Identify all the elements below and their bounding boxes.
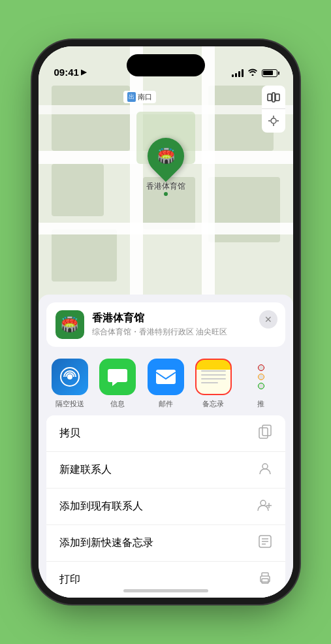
person-icon <box>258 461 272 479</box>
wifi-icon <box>247 68 258 78</box>
notes-label: 备忘录 <box>202 399 224 409</box>
app-item-notes[interactable]: 备忘录 <box>189 359 237 409</box>
station-name: 南口 <box>138 92 152 102</box>
new-contact-label: 新建联系人 <box>59 463 112 477</box>
add-contact-label: 添加到现有联系人 <box>59 500 143 513</box>
action-add-contact[interactable]: 添加到现有联系人 <box>46 489 285 525</box>
svg-rect-3 <box>52 229 117 282</box>
more-icon <box>243 359 279 395</box>
stadium-icon: 🏟️ <box>157 148 174 165</box>
svg-rect-25 <box>259 428 268 438</box>
svg-rect-15 <box>276 94 279 101</box>
status-icons <box>232 68 277 78</box>
airdrop-label: 隔空投送 <box>55 399 84 409</box>
location-arrow-icon: ▶ <box>81 68 86 76</box>
map-area: 出 南口 <box>39 46 293 321</box>
svg-rect-10 <box>130 46 143 321</box>
app-item-airdrop[interactable]: 隔空投送 <box>46 359 94 409</box>
quick-note-label: 添加到新快速备忘录 <box>59 536 153 550</box>
home-indicator <box>123 589 208 592</box>
copy-label: 拷贝 <box>59 427 80 440</box>
svg-point-27 <box>260 500 266 506</box>
app-item-mail[interactable]: 邮件 <box>142 359 189 409</box>
copy-icon <box>258 425 272 442</box>
map-type-button[interactable] <box>262 86 285 109</box>
svg-rect-23 <box>156 370 176 384</box>
location-pin: 🏟️ 香港体育馆 <box>146 138 185 192</box>
print-label: 打印 <box>59 573 80 587</box>
location-button[interactable] <box>262 109 285 133</box>
station-box: 出 <box>127 92 136 102</box>
action-new-contact[interactable]: 新建联系人 <box>46 452 285 489</box>
bottom-sheet: 🏟️ 香港体育馆 综合体育馆・香港特别行政区 油尖旺区 ✕ <box>39 295 293 598</box>
app-item-more[interactable]: 推 <box>237 359 285 409</box>
action-quick-note[interactable]: 添加到新快速备忘录 <box>46 525 285 562</box>
pin-dot <box>164 192 168 196</box>
pin-label: 香港体育馆 <box>146 181 185 192</box>
map-buttons[interactable] <box>262 86 285 133</box>
notes-icon <box>195 359 232 395</box>
svg-rect-35 <box>262 579 268 583</box>
svg-rect-14 <box>272 93 275 102</box>
pin-circle: 🏟️ <box>140 130 191 182</box>
svg-rect-8 <box>39 223 293 234</box>
mail-label: 邮件 <box>159 399 173 409</box>
clock: 09:41 <box>54 67 79 78</box>
venue-icon: 🏟️ <box>55 310 84 339</box>
svg-point-16 <box>271 118 276 123</box>
svg-rect-2 <box>52 164 104 216</box>
phone-frame: 09:41 ▶ <box>39 46 293 598</box>
svg-point-22 <box>67 374 72 379</box>
svg-rect-24 <box>262 425 271 436</box>
venue-info: 香港体育馆 综合体育馆・香港特别行政区 油尖旺区 <box>92 312 276 338</box>
map-station-label: 出 南口 <box>123 91 156 103</box>
venue-subtitle: 综合体育馆・香港特别行政区 油尖旺区 <box>92 327 276 338</box>
app-item-messages[interactable]: 信息 <box>94 359 142 409</box>
svg-rect-11 <box>202 46 215 321</box>
battery-icon <box>262 69 277 77</box>
apps-row: 隔空投送 信息 邮件 <box>39 352 293 415</box>
more-label: 推 <box>257 399 264 409</box>
svg-rect-1 <box>52 86 130 151</box>
dynamic-island <box>127 54 205 76</box>
close-button[interactable]: ✕ <box>259 310 277 329</box>
svg-rect-13 <box>268 94 272 101</box>
status-time: 09:41 ▶ <box>54 67 86 78</box>
messages-label: 信息 <box>110 399 125 409</box>
signal-icon <box>232 69 244 77</box>
venue-name: 香港体育馆 <box>92 312 276 325</box>
person-add-icon <box>257 498 272 515</box>
actions-group: 拷贝 新建联系人 添加到现有联系人 <box>46 415 285 598</box>
messages-icon <box>99 359 136 395</box>
quick-note-icon <box>258 534 272 552</box>
venue-card: 🏟️ 香港体育馆 综合体育馆・香港特别行政区 油尖旺区 ✕ <box>46 302 285 347</box>
airdrop-icon <box>52 359 88 395</box>
svg-point-26 <box>262 464 268 469</box>
action-copy[interactable]: 拷贝 <box>46 415 285 452</box>
mail-icon <box>148 359 184 395</box>
print-icon <box>258 571 272 588</box>
